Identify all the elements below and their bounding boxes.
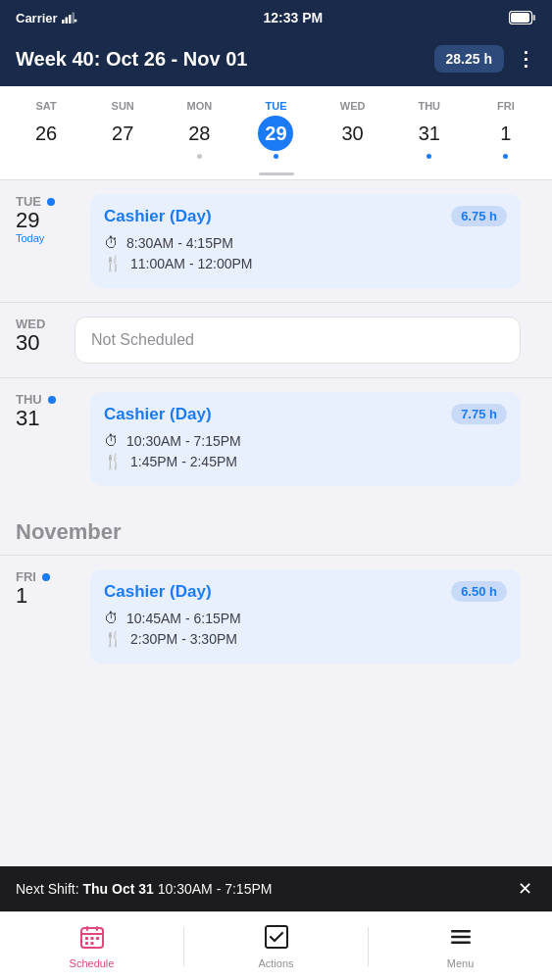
week-day-name-wed: WED	[340, 100, 366, 112]
shift-break-row-tue29: 🍴11:00AM - 12:00PM	[104, 255, 507, 272]
carrier-label: Carrier	[16, 11, 77, 25]
week-day-name-tue: TUE	[265, 100, 286, 112]
svg-rect-0	[62, 20, 65, 24]
status-bar: Carrier 12:33 PM	[0, 0, 552, 35]
shift-title-tue29: Cashier (Day)	[104, 207, 212, 226]
clock-icon-thu31: ⏱	[104, 432, 119, 449]
shift-time-row-thu31: ⏱10:30AM - 7:15PM	[104, 432, 507, 449]
menu-tab-icon	[448, 924, 474, 954]
day-row-thu31: THU31Cashier (Day)7.75 h⏱10:30AM - 7:15P…	[0, 378, 552, 500]
day-label-name-fri1: FRI	[16, 569, 75, 584]
main-content: TUE29TodayCashier (Day)6.75 h⏱8:30AM - 4…	[0, 180, 552, 795]
day-num-fri1: 1	[16, 584, 75, 608]
day-dot-thu31	[48, 396, 56, 404]
svg-rect-2	[69, 15, 72, 24]
schedule-tab-label: Schedule	[70, 957, 115, 969]
month-divider-november: November	[0, 500, 552, 555]
week-day-dot-sun	[121, 154, 125, 159]
tab-actions[interactable]: Actions	[184, 916, 368, 977]
shift-card-header-thu31: Cashier (Day)7.75 h	[104, 404, 507, 424]
schedule-tab-icon	[79, 924, 105, 954]
svg-rect-15	[85, 942, 88, 945]
svg-rect-19	[451, 935, 471, 938]
week-day-sun[interactable]: SUN27	[93, 96, 152, 167]
svg-rect-6	[511, 13, 529, 23]
tab-bar: Schedule Actions Menu	[0, 911, 552, 980]
shift-hours-tue29: 6.75 h	[451, 206, 507, 226]
more-menu-button[interactable]: ⋮	[516, 47, 536, 71]
next-shift-bar: Next Shift: Thu Oct 31 10:30AM - 7:15PM …	[0, 866, 552, 911]
week-day-thu[interactable]: THU31	[400, 96, 459, 167]
svg-rect-7	[533, 15, 536, 21]
day-label-fri1: FRI1	[16, 569, 75, 608]
break-time-fri1: 2:30PM - 3:30PM	[130, 631, 237, 647]
week-day-tue[interactable]: TUE29	[246, 96, 305, 167]
day-dot-fri1	[42, 573, 50, 581]
day-sublabel-tue29: Today	[16, 232, 75, 244]
shift-break-row-fri1: 🍴2:30PM - 3:30PM	[104, 630, 507, 648]
day-label-thu31: THU31	[16, 392, 75, 430]
svg-rect-20	[451, 941, 471, 944]
break-time-tue29: 11:00AM - 12:00PM	[130, 256, 253, 271]
total-hours-badge: 28.25 h	[434, 45, 504, 73]
status-time: 12:33 PM	[263, 10, 323, 25]
day-label-tue29: TUE29Today	[16, 194, 75, 244]
week-day-dot-fri	[503, 154, 508, 159]
week-day-num-mon: 28	[181, 116, 217, 151]
tab-schedule[interactable]: Schedule	[0, 916, 183, 977]
week-day-name-thu: THU	[418, 100, 440, 112]
day-label-name-wed30: WED	[16, 317, 75, 331]
shift-hours-fri1: 6.50 h	[451, 581, 507, 602]
work-time-tue29: 8:30AM - 4:15PM	[126, 235, 233, 251]
week-day-name-sun: SUN	[112, 100, 134, 112]
week-day-num-tue: 29	[258, 116, 293, 151]
fork-icon-fri1: 🍴	[104, 630, 123, 648]
day-num-tue29: 29	[16, 209, 75, 232]
shift-card-fri1[interactable]: Cashier (Day)6.50 h⏱10:45AM - 6:15PM🍴2:3…	[90, 569, 521, 663]
day-num-wed30: 30	[16, 331, 75, 355]
week-day-dot-thu	[427, 154, 431, 159]
shift-time-row-tue29: ⏱8:30AM - 4:15PM	[104, 234, 507, 251]
week-day-wed[interactable]: WED30	[324, 96, 382, 167]
work-time-thu31: 10:30AM - 7:15PM	[126, 433, 241, 449]
not-scheduled-text-wed30: Not Scheduled	[91, 331, 504, 349]
svg-rect-13	[90, 937, 93, 940]
clock-icon-tue29: ⏱	[104, 234, 119, 251]
next-shift-close-button[interactable]: ✕	[514, 878, 536, 900]
week-day-num-fri: 1	[488, 116, 524, 151]
not-scheduled-card-wed30: Not Scheduled	[75, 317, 521, 364]
break-time-thu31: 1:45PM - 2:45PM	[130, 454, 237, 469]
tab-menu[interactable]: Menu	[369, 916, 552, 977]
day-row-wed30: WED30Not Scheduled	[0, 303, 552, 377]
week-day-num-thu: 31	[412, 116, 447, 151]
day-num-thu31: 31	[16, 407, 75, 430]
week-day-fri[interactable]: FRI1	[477, 96, 535, 167]
svg-rect-9	[86, 926, 88, 931]
header: Week 40: Oct 26 - Nov 01 28.25 h ⋮	[0, 35, 552, 86]
week-day-dot-sat	[44, 154, 49, 159]
week-day-sat[interactable]: SAT26	[17, 96, 75, 167]
shift-card-header-fri1: Cashier (Day)6.50 h	[104, 581, 507, 602]
shift-card-tue29[interactable]: Cashier (Day)6.75 h⏱8:30AM - 4:15PM🍴11:0…	[90, 194, 521, 288]
svg-point-4	[74, 20, 76, 23]
actions-tab-label: Actions	[258, 957, 293, 969]
shift-card-thu31[interactable]: Cashier (Day)7.75 h⏱10:30AM - 7:15PM🍴1:4…	[90, 392, 521, 486]
week-day-name-sat: SAT	[35, 100, 56, 112]
week-day-dot-tue	[274, 154, 278, 159]
shift-break-row-thu31: 🍴1:45PM - 2:45PM	[104, 453, 507, 470]
day-dot-tue29	[47, 198, 55, 206]
next-shift-label: Next Shift:	[16, 881, 82, 897]
week-strip: SAT26SUN27MON28TUE29WED30THU31FRI1	[0, 86, 552, 180]
menu-tab-label: Menu	[447, 957, 475, 969]
svg-rect-3	[72, 13, 75, 24]
status-battery	[509, 11, 536, 24]
shift-hours-thu31: 7.75 h	[451, 404, 507, 424]
scroll-indicator	[259, 172, 294, 175]
header-right: 28.25 h ⋮	[434, 45, 536, 73]
week-day-mon[interactable]: MON28	[170, 96, 228, 167]
shift-title-thu31: Cashier (Day)	[104, 405, 212, 424]
day-row-fri1: FRI1Cashier (Day)6.50 h⏱10:45AM - 6:15PM…	[0, 556, 552, 677]
month-label: November	[16, 519, 536, 545]
week-day-num-wed: 30	[335, 116, 371, 151]
svg-rect-17	[266, 926, 287, 948]
